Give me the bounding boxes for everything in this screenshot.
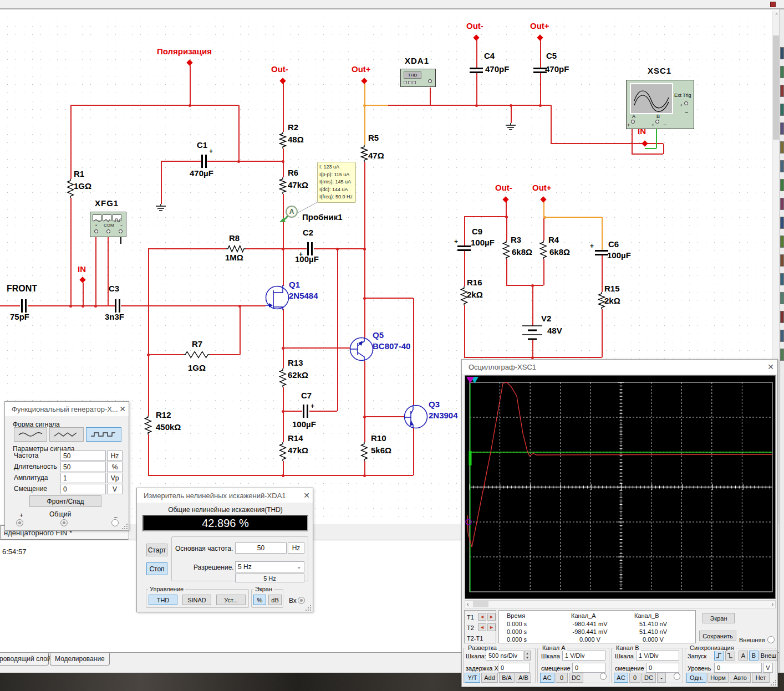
cursor-left-arrow[interactable]: ◄ <box>478 623 486 631</box>
cursor-right-arrow[interactable]: ► <box>487 623 496 631</box>
cursor-left-arrow[interactable]: ◄ <box>478 613 486 621</box>
fundamental-freq-input[interactable]: 50 <box>235 542 287 554</box>
sinad-mode-button[interactable]: SINAD <box>182 595 211 605</box>
timebase-scale-input[interactable]: 500 ns/Div <box>486 651 523 661</box>
thd-mode-button[interactable]: THD <box>149 595 177 605</box>
instrument-terminal[interactable] <box>94 229 98 233</box>
net-label-pin[interactable] <box>642 140 648 146</box>
tab-conductive-layer[interactable]: роводящий слой <box>0 653 49 666</box>
trigger-rising-edge-icon[interactable] <box>714 651 724 661</box>
resistor[interactable] <box>279 177 287 194</box>
instrument-icon[interactable] <box>780 236 784 248</box>
cha-scale-input[interactable]: 1 V/Div <box>562 651 605 661</box>
current-probe[interactable]: A <box>286 206 298 218</box>
start-button[interactable]: Старт <box>146 544 167 556</box>
cursor-right-arrow[interactable]: ► <box>487 613 496 621</box>
instrument-icon[interactable] <box>780 66 784 78</box>
instrument-icon[interactable] <box>780 160 784 172</box>
instrument-icon[interactable] <box>780 311 784 323</box>
scrollbar-thumb[interactable] <box>473 601 488 607</box>
capacitor-plate[interactable] <box>25 299 27 313</box>
resistor[interactable] <box>226 245 246 253</box>
capacitor-plate[interactable] <box>205 155 207 168</box>
freq-unit-box[interactable]: Hz <box>288 542 304 554</box>
resistor[interactable] <box>279 132 287 149</box>
screen-reverse-button[interactable]: Экран <box>702 613 735 623</box>
instrument-icon[interactable] <box>780 292 784 304</box>
instrument-terminal[interactable] <box>119 229 123 233</box>
capacitor-plate[interactable] <box>533 68 547 69</box>
instrument-icon[interactable] <box>780 47 784 59</box>
chb-scale-input[interactable]: 1 V/Div <box>636 651 679 661</box>
common-terminal[interactable] <box>60 519 68 526</box>
battery-symbol[interactable] <box>520 324 544 341</box>
resize-grip[interactable] <box>121 523 128 530</box>
chevron-down-icon[interactable]: ⌄ <box>297 564 301 570</box>
trigger-level-unit[interactable]: V <box>763 663 773 673</box>
instrument-icon[interactable] <box>780 122 784 135</box>
capacitor-plate[interactable] <box>457 245 471 247</box>
trigger-mode-нет[interactable]: Нет <box>752 673 770 683</box>
trigger-mode-авто[interactable]: Авто <box>730 673 751 683</box>
instruments-toolbar[interactable] <box>779 9 784 673</box>
npn-transistor[interactable] <box>403 404 429 429</box>
capacitor-plate[interactable] <box>119 299 120 313</box>
chb-coupling-dc[interactable]: DC <box>642 673 656 683</box>
db-button[interactable]: dB <box>268 595 282 605</box>
scroll-right-icon[interactable]: › <box>772 601 773 607</box>
net-label-pin[interactable] <box>473 34 479 40</box>
stop-button[interactable]: Стоп <box>146 562 167 575</box>
triangle-wave-button[interactable] <box>49 427 84 442</box>
cha-ypos-input[interactable]: 0 <box>572 663 605 673</box>
capacitor-plate[interactable] <box>470 68 483 69</box>
resistor[interactable] <box>539 240 547 259</box>
cha-coupling-ac[interactable]: AC <box>540 673 554 683</box>
trigger-source-b[interactable]: B <box>749 651 758 661</box>
trigger-source-внеш[interactable]: Внеш <box>760 651 777 661</box>
pnp-transistor[interactable] <box>349 336 374 362</box>
channel-a-terminal[interactable] <box>631 120 635 124</box>
capacitor-plate[interactable] <box>457 249 471 251</box>
capacitor-plate[interactable] <box>595 250 608 252</box>
param-unit[interactable]: V <box>107 484 123 494</box>
capacitor-plate[interactable] <box>470 71 483 73</box>
xsc1-instrument[interactable]: Ext Trig+−AB++− <box>626 80 694 129</box>
param-input[interactable]: 1 <box>60 473 106 483</box>
resistor[interactable] <box>460 286 468 305</box>
instrument-icon[interactable] <box>780 254 784 267</box>
param-unit[interactable]: Hz <box>107 451 123 461</box>
cha-radio[interactable] <box>600 673 607 680</box>
resize-grip[interactable] <box>770 679 777 686</box>
capacitor-plate[interactable] <box>307 405 308 418</box>
timebase-xpos-input[interactable]: 0 <box>498 663 530 673</box>
instrument-icon[interactable] <box>780 179 784 191</box>
resistor[interactable] <box>67 179 74 198</box>
close-icon[interactable]: ✕ <box>302 491 312 501</box>
instrument-icon[interactable] <box>780 141 784 153</box>
instrument-icon[interactable] <box>780 85 784 97</box>
instrument-terminal[interactable] <box>106 229 110 233</box>
input-terminal[interactable] <box>298 597 305 604</box>
instrument-icon[interactable] <box>780 104 784 116</box>
xda1-instrument[interactable]: THD <box>400 69 436 87</box>
resolution-select[interactable]: 5 Hz <box>235 561 304 572</box>
scope-horizontal-scrollbar[interactable]: ‹ › <box>465 600 776 608</box>
ext-trig-terminal[interactable] <box>684 101 688 105</box>
resistor[interactable] <box>502 240 510 259</box>
timebase-mode-ab[interactable]: A/B <box>516 673 531 683</box>
net-label-pin[interactable] <box>279 78 286 84</box>
resistor[interactable] <box>184 351 210 359</box>
net-label-pin[interactable] <box>79 277 85 283</box>
resistor[interactable] <box>360 442 368 461</box>
toolbar-icon[interactable] <box>770 2 776 7</box>
set-button[interactable]: Уст... <box>216 595 246 605</box>
net-label-pin[interactable] <box>537 34 543 40</box>
capacitor-plate[interactable] <box>533 71 547 73</box>
timebase-mode-yt[interactable]: Y/T <box>465 673 480 683</box>
scroll-left-icon[interactable]: ‹ <box>467 601 469 607</box>
param-input[interactable]: 50 <box>60 462 106 472</box>
plus-terminal[interactable] <box>16 519 23 526</box>
instrument-icon[interactable] <box>780 198 784 210</box>
timebase-mode-ba[interactable]: B/A <box>499 673 515 683</box>
param-input[interactable]: 0 <box>60 484 106 494</box>
